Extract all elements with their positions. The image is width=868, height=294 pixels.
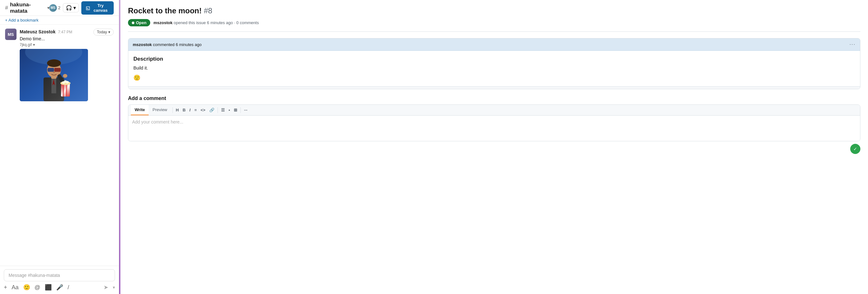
- issue-number: #8: [204, 6, 213, 15]
- input-placeholder: Message #hakuna-matata: [8, 273, 60, 278]
- svg-rect-20: [66, 84, 67, 97]
- emoji-icon: 🙂: [133, 75, 141, 81]
- message-input[interactable]: Message #hakuna-matata: [4, 269, 115, 281]
- plus-icon[interactable]: +: [4, 284, 7, 291]
- comment-header: mszostok commented 6 minutes ago ···: [128, 38, 860, 51]
- channel-name[interactable]: # hakuna-matata ▾: [5, 2, 49, 14]
- comment-editor: Write Preview H B I ≡ <> 🔗 ☰ • ⊞ ··· Add…: [128, 104, 860, 141]
- date-label: Today: [97, 30, 107, 34]
- try-canvas-label: Try canvas: [92, 3, 109, 13]
- chevron-down-icon: ▾: [108, 30, 110, 34]
- chat-input-area: Message #hakuna-matata + Aa 🙂 @ ⬛ 🎤 / ➤ …: [0, 266, 119, 294]
- comment-footer: [128, 86, 860, 89]
- svg-point-7: [47, 59, 61, 67]
- svg-point-15: [53, 72, 55, 73]
- heading-button[interactable]: H: [174, 106, 181, 114]
- chat-panel: # hakuna-matata ▾ MS 2 🎧 ▾ ◱ Try canvas …: [0, 0, 119, 294]
- write-tab[interactable]: Write: [131, 105, 149, 115]
- submit-comment-button[interactable]: ✓: [850, 144, 860, 154]
- italic-button[interactable]: I: [187, 106, 192, 114]
- header-actions: MS 2 🎧 ▾ ◱ Try canvas: [49, 1, 114, 14]
- mention-icon[interactable]: @: [35, 284, 40, 291]
- issue-panel: Rocket to the moon! #8 Open mszostok ope…: [120, 0, 868, 294]
- issue-meta: Open mszostok opened this issue 6 minute…: [128, 19, 860, 32]
- comment-body: Description Build it. 🙂: [128, 51, 860, 86]
- expand-button[interactable]: ▾: [113, 285, 115, 290]
- comment-textarea[interactable]: Add your comment here...: [128, 116, 860, 141]
- comment-box: mszostok commented 6 minutes ago ··· Des…: [128, 38, 860, 89]
- slash-icon[interactable]: /: [68, 284, 69, 291]
- gif-filename: 7jkq.gif: [20, 42, 32, 47]
- code-button[interactable]: <>: [199, 106, 207, 114]
- svg-rect-11: [54, 68, 61, 72]
- message-text: Demo time...: [20, 36, 114, 41]
- chat-toolbar: + Aa 🙂 @ ⬛ 🎤 / ➤ ▾: [4, 284, 115, 291]
- comment-more-button[interactable]: ···: [849, 42, 856, 47]
- link-button[interactable]: 🔗: [207, 106, 216, 114]
- svg-point-24: [64, 80, 67, 83]
- issue-title: Rocket to the moon! #8: [128, 6, 860, 15]
- member-count: 2: [58, 5, 60, 10]
- message-time: 7:47 PM: [58, 30, 72, 34]
- emoji-icon[interactable]: 🙂: [23, 284, 30, 291]
- comment-body-text: Build it.: [133, 65, 855, 70]
- message-author: Mateusz Szostok: [20, 29, 56, 34]
- more-tools-button[interactable]: ···: [242, 106, 249, 114]
- gif-image: [20, 49, 88, 101]
- issue-author: mszostok: [153, 20, 173, 25]
- bookmark-label: + Add a bookmark: [5, 18, 38, 23]
- channel-name-text: hakuna-matata: [10, 2, 45, 14]
- bold-button[interactable]: B: [181, 106, 187, 114]
- bottom-bar: ✓: [128, 141, 860, 154]
- bullet-list-button[interactable]: •: [227, 106, 232, 114]
- video-icon[interactable]: ⬛: [45, 284, 52, 291]
- comment-author-text: mszostok commented 6 minutes ago: [133, 42, 202, 47]
- gif-svg: [20, 49, 88, 101]
- canvas-icon: ◱: [86, 5, 90, 10]
- issue-meta-text: mszostok opened this issue 6 minutes ago…: [153, 20, 259, 25]
- tool-divider: [218, 107, 218, 113]
- chevron-icon: ▾: [73, 5, 76, 11]
- try-canvas-button[interactable]: ◱ Try canvas: [81, 1, 114, 14]
- date-button[interactable]: Today ▾: [93, 29, 114, 36]
- text-format-icon[interactable]: Aa: [12, 284, 19, 291]
- message-meta: Mateusz Szostok 7:47 PM Today ▾: [20, 29, 114, 36]
- svg-point-17: [63, 74, 67, 78]
- avatar: MS: [5, 29, 17, 40]
- gif-label[interactable]: 7jkq.gif ▾: [20, 42, 114, 47]
- status-text: Open: [136, 20, 147, 25]
- svg-rect-19: [63, 84, 64, 97]
- open-status-badge: Open: [128, 19, 150, 26]
- send-button[interactable]: ➤: [103, 284, 108, 291]
- avatar: MS: [49, 4, 57, 12]
- comment-action: commented 6 minutes ago: [153, 42, 202, 47]
- issue-meta-detail: opened this issue 6 minutes ago · 0 comm…: [174, 20, 259, 25]
- tab-divider: [173, 107, 173, 113]
- chevron-down-icon: ▾: [33, 42, 35, 47]
- status-dot: [132, 22, 134, 24]
- editor-tabs: Write Preview H B I ≡ <> 🔗 ☰ • ⊞ ···: [128, 105, 860, 116]
- emoji-reaction-button[interactable]: 🙂: [133, 74, 141, 81]
- avatar-group: MS 2: [49, 4, 60, 12]
- chat-header: # hakuna-matata ▾ MS 2 🎧 ▾ ◱ Try canvas: [0, 0, 119, 16]
- comment-placeholder: Add your comment here...: [132, 119, 183, 125]
- message-group: MS Mateusz Szostok 7:47 PM Today ▾ Demo …: [5, 29, 114, 101]
- headphone-icon: 🎧: [66, 5, 72, 11]
- svg-rect-18: [61, 84, 70, 97]
- comment-author: mszostok: [133, 42, 152, 47]
- ordered-list-button[interactable]: ≡: [192, 106, 199, 114]
- unordered-list-button[interactable]: ☰: [219, 106, 227, 114]
- issue-title-text: Rocket to the moon!: [128, 6, 202, 15]
- comment-section-title: Description: [133, 56, 855, 62]
- preview-tab[interactable]: Preview: [149, 105, 171, 115]
- hash-symbol: #: [5, 5, 8, 11]
- mic-icon[interactable]: 🎤: [56, 284, 63, 291]
- headphone-button[interactable]: 🎧 ▾: [63, 3, 79, 12]
- add-comment-section: Add a comment Write Preview H B I ≡ <> 🔗…: [128, 96, 860, 154]
- chat-messages: MS Mateusz Szostok 7:47 PM Today ▾ Demo …: [0, 25, 119, 266]
- task-list-button[interactable]: ⊞: [232, 106, 239, 114]
- message-content: Mateusz Szostok 7:47 PM Today ▾ Demo tim…: [20, 29, 114, 101]
- svg-rect-9: [48, 68, 54, 72]
- add-bookmark-bar[interactable]: + Add a bookmark: [0, 16, 119, 25]
- add-comment-title: Add a comment: [128, 96, 860, 101]
